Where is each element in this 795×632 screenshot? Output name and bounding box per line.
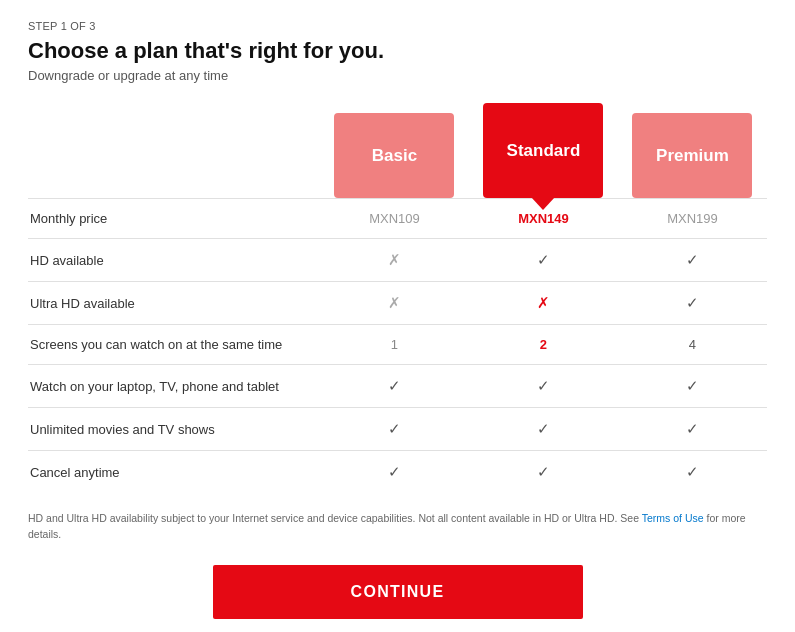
page-subtitle: Downgrade or upgrade at any time (28, 68, 767, 83)
table-row: HD available✗✓✓ (28, 239, 767, 282)
row-label: Ultra HD available (28, 282, 320, 325)
plan-card-premium[interactable]: Premium (632, 113, 752, 198)
plan-card-standard[interactable]: Standard (483, 103, 603, 198)
table-row: Cancel anytime✓✓✓ (28, 451, 767, 494)
row-label: Watch on your laptop, TV, phone and tabl… (28, 365, 320, 408)
plan-header-basic[interactable]: Basic (320, 103, 469, 199)
table-row: Monthly priceMXN109MXN149MXN199 (28, 199, 767, 239)
plan-header-standard[interactable]: Standard (469, 103, 618, 199)
row-value-standard: 2 (469, 325, 618, 365)
row-value-standard: ✓ (469, 239, 618, 282)
table-row: Screens you can watch on at the same tim… (28, 325, 767, 365)
continue-button-wrap: CONTINUE (28, 565, 767, 619)
row-value-basic: MXN109 (320, 199, 469, 239)
row-value-basic: ✗ (320, 282, 469, 325)
row-value-basic: 1 (320, 325, 469, 365)
row-value-standard: ✓ (469, 408, 618, 451)
row-value-premium: ✓ (618, 282, 767, 325)
row-value-standard: ✗ (469, 282, 618, 325)
table-row: Ultra HD available✗✗✓ (28, 282, 767, 325)
row-value-standard: ✓ (469, 451, 618, 494)
footer-note-text: HD and Ultra HD availability subject to … (28, 512, 642, 524)
row-value-basic: ✓ (320, 365, 469, 408)
row-value-standard: ✓ (469, 365, 618, 408)
footer-note: HD and Ultra HD availability subject to … (28, 511, 767, 543)
plan-table: Basic Standard Premium Monthly priceMXN1… (28, 103, 767, 493)
row-value-premium: ✓ (618, 451, 767, 494)
plan-name-standard: Standard (507, 141, 581, 161)
plan-name-premium: Premium (656, 146, 729, 166)
page-title: Choose a plan that's right for you. (28, 38, 767, 64)
table-row: Unlimited movies and TV shows✓✓✓ (28, 408, 767, 451)
row-value-premium: ✓ (618, 408, 767, 451)
row-value-basic: ✗ (320, 239, 469, 282)
row-value-premium: ✓ (618, 365, 767, 408)
row-label: Cancel anytime (28, 451, 320, 494)
row-value-premium: 4 (618, 325, 767, 365)
row-label: HD available (28, 239, 320, 282)
row-label: Unlimited movies and TV shows (28, 408, 320, 451)
plan-name-basic: Basic (372, 146, 417, 166)
step-label: STEP 1 OF 3 (28, 20, 767, 32)
row-value-basic: ✓ (320, 408, 469, 451)
continue-button[interactable]: CONTINUE (213, 565, 583, 619)
plan-card-basic[interactable]: Basic (334, 113, 454, 198)
table-row: Watch on your laptop, TV, phone and tabl… (28, 365, 767, 408)
row-value-basic: ✓ (320, 451, 469, 494)
terms-of-use-link[interactable]: Terms of Use (642, 512, 704, 524)
empty-header (28, 103, 320, 199)
row-value-premium: MXN199 (618, 199, 767, 239)
plan-header-premium[interactable]: Premium (618, 103, 767, 199)
row-label: Monthly price (28, 199, 320, 239)
row-value-premium: ✓ (618, 239, 767, 282)
row-label: Screens you can watch on at the same tim… (28, 325, 320, 365)
